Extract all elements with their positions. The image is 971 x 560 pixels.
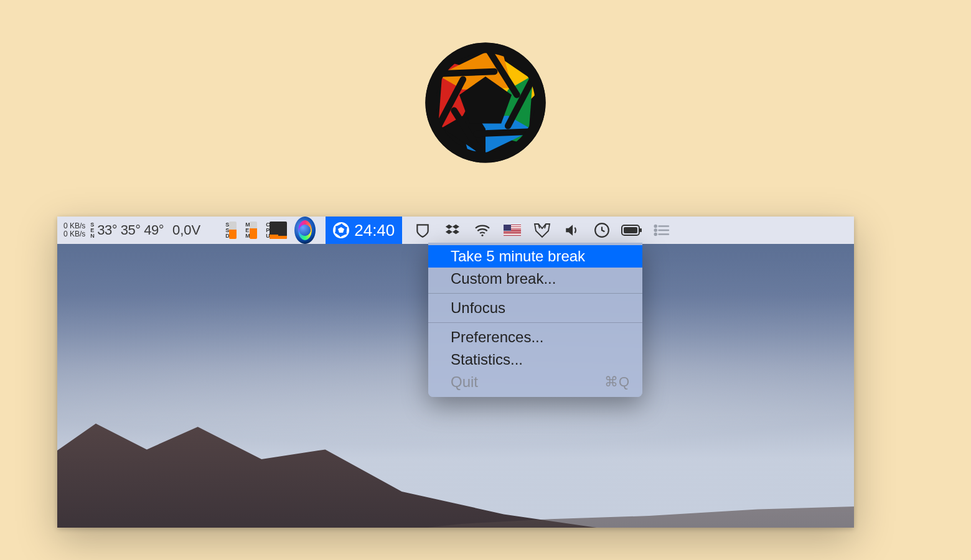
menu-item-statistics[interactable]: Statistics... [428,348,642,371]
menu-item-take-break[interactable]: Take 5 minute break [428,245,642,268]
volume-icon[interactable] [561,217,583,244]
menu-item-quit[interactable]: Quit ⌘Q [428,371,642,393]
svg-point-17 [655,225,657,227]
battery-icon[interactable] [621,217,642,244]
aperture-mini-icon [333,222,349,238]
menu-item-preferences[interactable]: Preferences... [428,326,642,348]
timer-dropdown-menu: Take 5 minute break Custom break... Unfo… [428,243,642,397]
shield-outline-icon[interactable] [412,217,433,244]
menu-item-shortcut: ⌘Q [604,374,630,390]
dropbox-icon[interactable] [442,217,463,244]
svg-point-12 [482,235,484,236]
menu-item-label: Unfocus [451,299,505,317]
sensor-label: SEN [90,222,95,239]
cpu-indicator: CPU [266,222,287,239]
list-icon[interactable] [651,217,672,244]
menu-item-label: Custom break... [451,270,556,287]
menu-item-custom-break[interactable]: Custom break... [428,268,642,290]
svg-rect-15 [624,227,637,233]
menu-item-label: Statistics... [451,351,523,368]
mountain-silhouette [57,378,682,528]
ssd-indicator: SSD [225,222,237,239]
clock-icon[interactable] [591,217,612,244]
menu-item-label: Take 5 minute break [451,248,585,265]
menu-separator [428,322,642,323]
menu-item-label: Preferences... [451,329,543,346]
menu-item-unfocus[interactable]: Unfocus [428,297,642,319]
network-speed-indicator: 0 KB/s 0 KB/s [63,222,85,238]
focus-timer-menubar-item[interactable]: 24:40 [326,217,402,244]
fox-outline-icon[interactable] [532,217,553,244]
screenshot-window: 0 KB/s 0 KB/s SEN 33° 35° 49° 0,0V SSD M… [57,217,854,528]
svg-point-19 [655,230,657,231]
mem-indicator: MEM [245,222,257,239]
temperature-readout: 33° 35° 49° [97,222,164,238]
menu-separator [428,293,642,294]
mac-menubar: 0 KB/s 0 KB/s SEN 33° 35° 49° 0,0V SSD M… [57,217,854,244]
timer-countdown: 24:40 [354,221,395,240]
siri-icon[interactable] [294,217,316,244]
net-down: 0 KB/s [63,230,85,238]
svg-point-21 [655,233,657,235]
wifi-icon[interactable] [472,217,493,244]
app-hero-logo [420,37,551,170]
menu-item-label: Quit [451,373,478,391]
us-flag-icon[interactable] [502,217,523,244]
svg-rect-16 [640,228,642,232]
voltage-readout: 0,0V [172,222,200,238]
